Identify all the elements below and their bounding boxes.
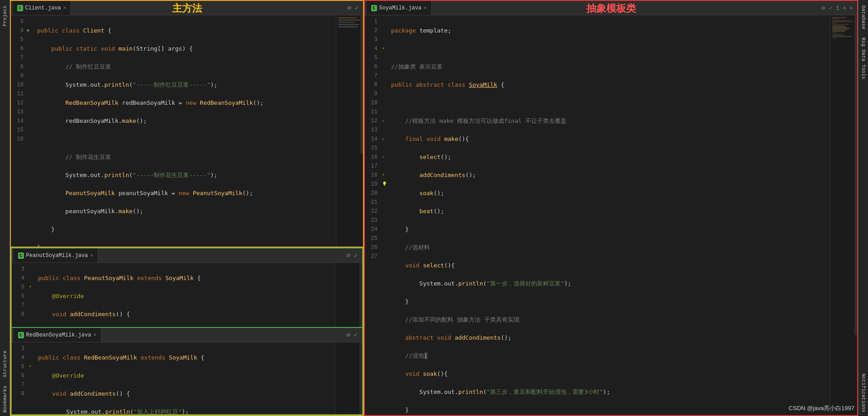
soyamilk-editor: 抽象模板类 C SoyaMilk.java × ⊘ ✓ 1 ∧ ∨ 123456: [364, 0, 858, 416]
peanut-tab-bar: C PeanutSoyaMilk.java × ⊘ ✓: [12, 248, 362, 263]
soyamilk-action-count: ✓ 1: [829, 5, 839, 12]
soyamilk-tab-close[interactable]: ×: [424, 5, 427, 11]
soyamilk-action-down[interactable]: ∨: [849, 5, 853, 11]
right-sidebar: Database Big Data Tools Notifications: [858, 0, 868, 416]
soyamilk-tab-bar: C SoyaMilk.java × ⊘ ✓ 1 ∧ ∨: [365, 1, 857, 15]
watermark: CSDN @java亮小白1997: [789, 404, 854, 412]
soyamilk-tab-actions: ⊘ ✓ 1 ∧ ∨: [821, 5, 855, 12]
peanut-gutter: ⚡: [28, 263, 36, 327]
sidebar-bookmarks[interactable]: Bookmarks: [1, 382, 9, 416]
client-minimap: [336, 15, 363, 247]
peanut-action-eye[interactable]: ⊘: [346, 252, 350, 259]
client-tab[interactable]: C Client.java ×: [13, 1, 71, 15]
client-action-check: ✓: [355, 4, 359, 12]
client-code-area[interactable]: 345678910111213141516 ▶ public class Cli…: [11, 15, 363, 247]
sidebar-database[interactable]: Database: [859, 2, 868, 33]
client-gutter: ▶: [27, 15, 35, 247]
peanut-editor: 花生豆浆类 C PeanutSoyaMilk.java × ⊘ ✓: [11, 248, 363, 328]
peanut-tab-name: PeanutSoyaMilk.java: [26, 252, 88, 259]
redbean-tab-icon: C: [18, 332, 24, 338]
redbean-line-numbers: 345678: [12, 342, 28, 414]
client-action-eye[interactable]: ⊘: [347, 4, 351, 12]
soyamilk-code-area[interactable]: 1234567891011121314151617181920212223242…: [365, 15, 857, 415]
left-sidebar: Project Structure Bookmarks: [0, 0, 10, 416]
peanut-line-numbers: 345678: [12, 263, 28, 327]
redbean-code-content[interactable]: public class RedBeanSoyaMilk extends Soy…: [36, 342, 335, 414]
client-tab-name: Client.java: [25, 5, 61, 11]
soyamilk-gutter: ⚡ ◇ ◇ ◇ ⚡ 💡: [381, 15, 389, 415]
peanut-tab-actions: ⊘ ✓: [346, 252, 360, 259]
client-editor: C Client.java × ⊘ ✓ 34567891011121314151…: [11, 1, 363, 248]
client-tab-bar: C Client.java × ⊘ ✓: [11, 1, 363, 15]
client-code-content[interactable]: public class Client { public static void…: [35, 15, 336, 247]
peanut-action-check: ✓: [354, 252, 358, 259]
soyamilk-action-eye[interactable]: ⊘: [821, 5, 825, 12]
soyamilk-tab-name: SoyaMilk.java: [379, 5, 422, 11]
sidebar-structure[interactable]: Structure: [1, 347, 9, 381]
redbean-code-area[interactable]: 345678 ⚡ public class RedBeanSoyaMilk ex…: [12, 342, 362, 414]
redbean-tab-bar: C RedBeanSoyaMilk.java × ⊘ ✓: [12, 328, 362, 342]
redbean-tab[interactable]: C RedBeanSoyaMilk.java ×: [14, 328, 101, 342]
redbean-minimap: [335, 342, 362, 414]
soyamilk-code-content[interactable]: package template; //抽象类 表示豆浆 public abst…: [389, 15, 830, 415]
redbean-gutter: ⚡: [28, 342, 36, 414]
client-tab-actions: ⊘ ✓: [347, 4, 361, 12]
soyamilk-tab-icon: C: [371, 5, 377, 11]
soyamilk-minimap: [830, 15, 857, 415]
redbean-action-check: ✓: [354, 331, 358, 339]
client-tab-icon: C: [17, 5, 23, 11]
peanut-tab-close[interactable]: ×: [90, 253, 93, 258]
redbean-tab-actions: ⊘ ✓: [346, 331, 360, 339]
redbean-tab-close[interactable]: ×: [94, 332, 97, 338]
redbean-tab-name: RedBeanSoyaMilk.java: [26, 332, 91, 338]
redbean-action-eye[interactable]: ⊘: [346, 331, 350, 339]
peanut-tab[interactable]: C PeanutSoyaMilk.java ×: [14, 248, 98, 262]
peanut-code-area[interactable]: 345678 ⚡ public class PeanutSoyaMilk ext…: [12, 263, 362, 327]
soyamilk-action-up[interactable]: ∧: [843, 5, 846, 11]
client-line-numbers: 345678910111213141516: [11, 15, 27, 247]
sidebar-project[interactable]: Project: [1, 2, 9, 30]
peanut-tab-icon: C: [18, 252, 24, 259]
soyamilk-line-numbers: 1234567891011121314151617181920212223242…: [365, 15, 381, 415]
redbean-editor: 红豆豆浆类 C RedBeanSoyaMilk.java × ⊘ ✓: [11, 328, 363, 415]
peanut-code-content[interactable]: public class PeanutSoyaMilk extends Soya…: [36, 263, 335, 327]
left-pane: 主方法 C Client.java × ⊘ ✓: [10, 0, 364, 416]
sidebar-bigdata[interactable]: Big Data Tools: [859, 34, 868, 83]
peanut-minimap: [335, 263, 362, 327]
soyamilk-tab[interactable]: C SoyaMilk.java ×: [367, 1, 432, 15]
sidebar-notifications[interactable]: Notifications: [859, 370, 868, 416]
client-tab-close[interactable]: ×: [63, 5, 66, 11]
